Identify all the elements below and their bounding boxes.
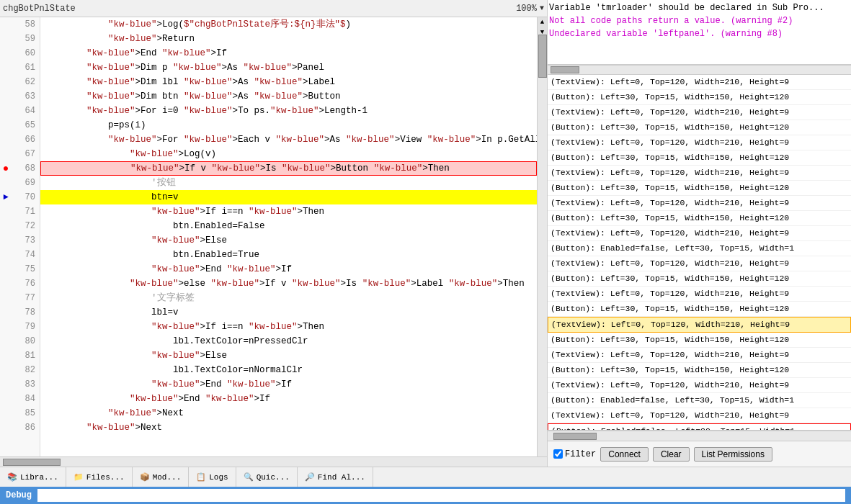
list-item[interactable]: (TextView): Left=0, Top=120, Width=210, … — [548, 408, 851, 423]
horizontal-scrollbar[interactable] — [0, 456, 547, 467]
code-line[interactable]: lbl.TextColor=nPressedClr — [40, 334, 537, 348]
code-content[interactable]: "kw-blue">Log($"chgBotPnlState序号:${n}非法"… — [40, 17, 537, 456]
code-line[interactable]: "kw-blue">If i==n "kw-blue">Then — [40, 204, 537, 219]
list-item[interactable]: (Button): Left=30, Top=15, Width=150, He… — [548, 363, 851, 378]
list-item[interactable]: (TextView): Left=0, Top=120, Width=210, … — [548, 196, 851, 211]
list-item[interactable]: (TextView): Left=0, Top=120, Width=210, … — [548, 378, 851, 393]
filter-checkbox-label[interactable]: Filter — [553, 449, 596, 459]
code-line[interactable]: lbl=v — [40, 305, 537, 320]
list-item[interactable]: (Button): Left=30, Top=15, Width=150, He… — [548, 90, 851, 105]
list-item[interactable]: (TextView): Left=0, Top=120, Width=210, … — [548, 317, 851, 333]
right-list[interactable]: (TextView): Left=0, Top=120, Width=210, … — [548, 75, 851, 431]
list-permissions-button[interactable]: List Permissions — [694, 447, 772, 462]
indicator-cell — [0, 32, 12, 46]
list-item[interactable]: (Button): Left=30, Top=15, Width=150, He… — [548, 333, 851, 348]
clear-button[interactable]: Clear — [653, 447, 690, 462]
code-line[interactable]: "kw-blue">Log(v) — [40, 147, 537, 161]
code-line[interactable]: btn.Enabled=True — [40, 248, 537, 262]
code-line[interactable]: "kw-blue">End "kw-blue">If — [40, 392, 537, 406]
indicator-column: ●► — [0, 17, 12, 456]
line-numbers: 5859606162636465666768697071727374757677… — [12, 17, 40, 456]
code-line[interactable]: "kw-blue">Else — [40, 348, 537, 363]
code-line[interactable]: lbl.TextColor=nNormalClr — [40, 363, 537, 377]
list-item[interactable]: (TextView): Left=0, Top=120, Width=210, … — [548, 75, 851, 90]
code-header-dropdown[interactable]: ▼ — [540, 4, 544, 12]
code-line[interactable]: "kw-blue">If v "kw-blue">Is "kw-blue">Bu… — [40, 161, 537, 176]
list-item[interactable]: (Button): Left=30, Top=15, Width=150, He… — [548, 211, 851, 226]
list-item[interactable]: (TextView): Left=0, Top=120, Width=210, … — [548, 135, 851, 150]
line-number: 64 — [12, 104, 40, 118]
line-number: 76 — [12, 276, 40, 291]
h-scrollbar-thumb[interactable] — [3, 459, 61, 466]
bottom-tab-find al[interactable]: 🔎Find Al... — [298, 467, 373, 487]
code-line[interactable]: '按钮 — [40, 176, 537, 190]
code-line[interactable]: "kw-blue">else "kw-blue">If v "kw-blue">… — [40, 276, 537, 291]
scrollbar-thumb[interactable] — [538, 35, 547, 78]
code-line[interactable]: "kw-blue">Dim p "kw-blue">As "kw-blue">P… — [40, 60, 537, 75]
list-item[interactable]: (Button): Left=30, Top=15, Width=150, He… — [548, 302, 851, 317]
indicator-cell — [0, 348, 12, 363]
bottom-tab-quic[interactable]: 🔍Quic... — [236, 467, 298, 487]
code-line[interactable]: "kw-blue">Else — [40, 233, 537, 248]
line-number: 78 — [12, 305, 40, 320]
list-item[interactable]: (TextView): Left=0, Top=120, Width=210, … — [548, 287, 851, 302]
list-item[interactable]: (TextView): Left=0, Top=120, Width=210, … — [548, 226, 851, 241]
line-number: 83 — [12, 377, 40, 392]
indicator-cell — [0, 320, 12, 334]
list-item[interactable]: (TextView): Left=0, Top=120, Width=210, … — [548, 256, 851, 271]
list-item[interactable]: (TextView): Left=0, Top=120, Width=210, … — [548, 105, 851, 120]
indicator-cell — [0, 176, 12, 190]
code-line[interactable]: "kw-blue">End "kw-blue">If — [40, 46, 537, 60]
code-line[interactable]: "kw-blue">For i=0 "kw-blue">To ps."kw-bl… — [40, 104, 537, 118]
line-number: 77 — [12, 291, 40, 305]
list-item[interactable]: (Button): Enabled=false, Left=30, Top=15… — [548, 423, 851, 431]
list-item[interactable]: (Button): Left=30, Top=15, Width=150, He… — [548, 120, 851, 135]
list-item[interactable]: (Button): Left=30, Top=15, Width=150, He… — [548, 150, 851, 166]
bottom-tab-logs[interactable]: 📋Logs — [189, 467, 236, 487]
warning-text: Not all code paths return a value. (warn… — [549, 14, 850, 27]
bottom-tab-mod[interactable]: 📦Mod... — [133, 467, 190, 487]
connect-button[interactable]: Connect — [600, 447, 649, 462]
indicator-cell — [0, 75, 12, 89]
code-line[interactable]: btn.Enabled=False — [40, 219, 537, 233]
indicator-cell — [0, 334, 12, 348]
bottom-toolbar: 📚Libra...📁Files...📦Mod...📋Logs🔍Quic...🔎F… — [0, 467, 851, 487]
code-line[interactable]: "kw-blue">Log($"chgBotPnlState序号:${n}非法"… — [40, 17, 537, 32]
list-item[interactable]: (TextView): Left=0, Top=120, Width=210, … — [548, 166, 851, 181]
vertical-scrollbar[interactable]: ▲ ▼ — [537, 17, 547, 456]
list-item[interactable]: (Button): Left=30, Top=15, Width=150, He… — [548, 271, 851, 287]
code-line[interactable]: "kw-blue">End "kw-blue">If — [40, 377, 537, 392]
code-line[interactable]: "kw-blue">Dim lbl "kw-blue">As "kw-blue"… — [40, 75, 537, 89]
indicator-cell — [0, 248, 12, 262]
top-h-scrollbar[interactable] — [548, 65, 851, 75]
code-line[interactable]: "kw-blue">Dim btn "kw-blue">As "kw-blue"… — [40, 89, 537, 104]
code-line[interactable]: "kw-blue">Next — [40, 420, 537, 435]
debug-input[interactable] — [37, 489, 845, 502]
list-item[interactable]: (Button): Left=30, Top=15, Width=150, He… — [548, 181, 851, 196]
indicator-cell — [0, 46, 12, 60]
right-h-scrollbar[interactable] — [548, 431, 851, 441]
code-line[interactable]: "kw-blue">End "kw-blue">If — [40, 262, 537, 276]
bottom-tab-files[interactable]: 📁Files... — [66, 467, 133, 487]
code-line[interactable]: "kw-blue">For "kw-blue">Each v "kw-blue"… — [40, 132, 537, 147]
code-line[interactable]: '文字标签 — [40, 291, 537, 305]
top-h-thumb[interactable] — [551, 66, 579, 73]
code-line[interactable]: "kw-blue">Return — [40, 32, 537, 46]
code-line[interactable]: btn=v — [40, 190, 537, 204]
code-line[interactable]: "kw-blue">If i==n "kw-blue">Then — [40, 320, 537, 334]
line-number: 59 — [12, 32, 40, 46]
code-line[interactable]: p=ps(i) — [40, 118, 537, 132]
right-h-thumb[interactable] — [553, 433, 597, 440]
indicator-cell — [0, 118, 12, 132]
list-item[interactable]: (Button): Enabled=false, Left=30, Top=15… — [548, 393, 851, 408]
line-number: 85 — [12, 406, 40, 420]
list-item[interactable]: (TextView): Left=0, Top=120, Width=210, … — [548, 348, 851, 363]
list-item[interactable]: (Button): Enabled=false, Left=30, Top=15… — [548, 241, 851, 256]
line-number: 72 — [12, 219, 40, 233]
code-line[interactable]: "kw-blue">Next — [40, 406, 537, 420]
line-number: 61 — [12, 60, 40, 75]
filter-label: Filter — [565, 449, 596, 459]
right-footer: Filter Connect Clear List Permissions — [548, 441, 851, 467]
filter-checkbox[interactable] — [553, 449, 563, 459]
bottom-tab-libra[interactable]: 📚Libra... — [0, 467, 66, 487]
